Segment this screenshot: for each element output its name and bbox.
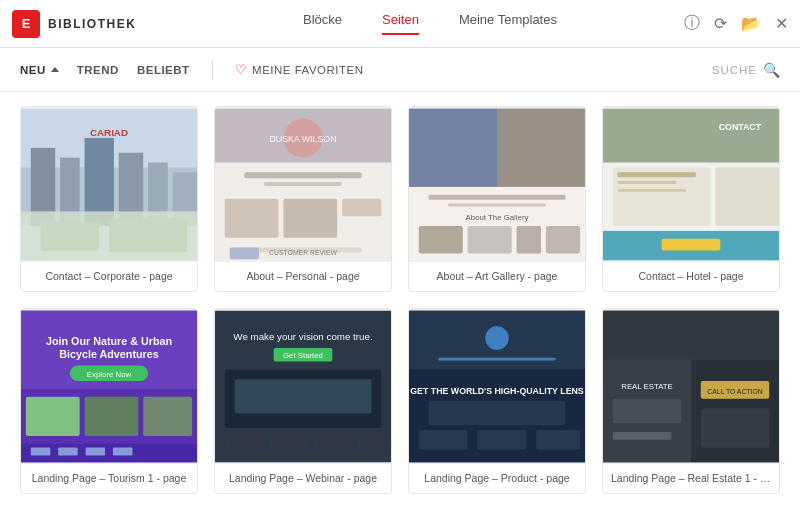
svg-text:GET THE WORLD'S HIGH-QUALITY L: GET THE WORLD'S HIGH-QUALITY LENS [410, 386, 584, 396]
svg-rect-33 [517, 226, 541, 253]
refresh-icon[interactable]: ⟳ [714, 14, 727, 33]
svg-rect-26 [497, 109, 585, 187]
header-actions: ⓘ ⟳ 📂 ✕ [688, 13, 788, 34]
svg-rect-87 [613, 432, 672, 440]
template-card[interactable]: We make your vision come true. Get Start… [214, 308, 392, 494]
template-card[interactable]: DUSKA WILSON CUSTOMER REVIEW About – Per… [214, 106, 392, 292]
svg-rect-52 [85, 397, 139, 436]
svg-text:Bicycle Adventures: Bicycle Adventures [59, 348, 158, 360]
header: E BIBLIOTHEK Blöcke Seiten Meine Templat… [0, 0, 800, 48]
filter-favorites[interactable]: ♡ MEINE FAVORITEN [235, 62, 364, 77]
card-label: Landing Page – Webinar - page [215, 464, 391, 493]
svg-rect-72 [438, 358, 555, 361]
svg-rect-17 [264, 182, 342, 186]
svg-text:CUSTOMER REVIEW: CUSTOMER REVIEW [269, 249, 337, 256]
card-label: Contact – Hotel - page [603, 262, 779, 291]
tab-seiten[interactable]: Seiten [382, 12, 419, 35]
svg-rect-80 [603, 311, 779, 360]
svg-rect-39 [715, 167, 779, 226]
template-card[interactable]: CARIAD Contact – Corporate - page [20, 106, 198, 292]
template-card[interactable]: CONTACT Contact – Hotel - page [602, 106, 780, 292]
card-label: Landing Page – Tourism 1 - page [21, 464, 197, 493]
svg-rect-78 [536, 430, 580, 450]
svg-text:About The Gallery: About The Gallery [466, 213, 529, 222]
svg-rect-34 [546, 226, 580, 253]
svg-text:DUSKA WILSON: DUSKA WILSON [270, 134, 337, 144]
svg-rect-42 [618, 172, 696, 177]
card-thumbnail: Join Our Nature & Urban Bicycle Adventur… [21, 309, 197, 464]
card-thumbnail: About The Gallery [409, 107, 585, 262]
card-thumbnail: REAL ESTATE CALL TO ACTION [603, 309, 779, 464]
svg-text:CALL TO ACTION: CALL TO ACTION [707, 388, 762, 395]
logo-text: BIBLIOTHEK [48, 17, 136, 31]
svg-rect-25 [409, 109, 497, 187]
svg-text:Explore Now: Explore Now [87, 370, 132, 379]
heart-icon: ♡ [235, 62, 248, 77]
sub-header: NEU TREND BELIEBT ♡ MEINE FAVORITEN SUCH… [0, 48, 800, 92]
filter-divider [212, 60, 213, 80]
svg-rect-56 [58, 448, 78, 456]
svg-rect-51 [26, 397, 80, 436]
card-label: About – Art Gallery - page [409, 262, 585, 291]
svg-rect-55 [31, 448, 51, 456]
svg-rect-41 [662, 239, 721, 251]
svg-text:We make your vision come true.: We make your vision come true. [233, 331, 372, 342]
folder-icon[interactable]: 📂 [741, 14, 761, 33]
svg-rect-31 [419, 226, 463, 253]
svg-rect-9 [41, 221, 100, 250]
tab-bloecke[interactable]: Blöcke [303, 12, 342, 35]
template-card[interactable]: REAL ESTATE CALL TO ACTION Landing Page … [602, 308, 780, 494]
svg-rect-10 [109, 218, 187, 252]
elementor-logo-icon: E [12, 10, 40, 38]
logo-area: E BIBLIOTHEK [12, 10, 172, 38]
svg-rect-66 [269, 434, 308, 454]
svg-rect-28 [429, 195, 566, 200]
card-label: Contact – Corporate - page [21, 262, 197, 291]
svg-rect-67 [313, 434, 352, 454]
svg-rect-20 [342, 199, 381, 217]
svg-rect-16 [244, 172, 361, 178]
filter-beliebt[interactable]: BELIEBT [137, 64, 190, 76]
card-label: Landing Page – Real Estate 1 - page [603, 464, 779, 493]
svg-rect-88 [701, 409, 769, 448]
svg-rect-44 [618, 189, 686, 192]
logo-letter: E [22, 16, 31, 31]
svg-rect-43 [618, 181, 677, 184]
search-icon[interactable]: 🔍 [763, 62, 780, 78]
svg-rect-84 [613, 399, 681, 423]
svg-rect-22 [230, 248, 259, 260]
svg-rect-53 [143, 397, 192, 436]
svg-rect-36 [603, 109, 779, 163]
filter-trend[interactable]: TREND [77, 64, 119, 76]
filter-left: NEU TREND BELIEBT ♡ MEINE FAVORITEN [20, 60, 712, 80]
nav-tabs: Blöcke Seiten Meine Templates [172, 12, 688, 35]
svg-rect-29 [448, 204, 546, 207]
svg-rect-76 [419, 430, 468, 450]
tab-meine-templates[interactable]: Meine Templates [459, 12, 557, 35]
svg-rect-18 [225, 199, 279, 238]
arrow-up-icon [51, 67, 59, 72]
close-icon[interactable]: ✕ [775, 14, 788, 33]
card-label: Landing Page – Product - page [409, 464, 585, 493]
template-card[interactable]: About The Gallery About – Art Gallery - … [408, 106, 586, 292]
svg-text:REAL ESTATE: REAL ESTATE [621, 382, 673, 391]
filter-neu[interactable]: NEU [20, 64, 59, 76]
question-icon[interactable]: ⓘ [684, 13, 700, 34]
svg-text:Join Our Nature & Urban: Join Our Nature & Urban [46, 335, 172, 347]
svg-text:CONTACT: CONTACT [719, 122, 762, 132]
template-grid: CARIAD Contact – Corporate - page DUSKA … [0, 92, 800, 508]
card-thumbnail: DUSKA WILSON CUSTOMER REVIEW [215, 107, 391, 262]
card-label: About – Personal - page [215, 262, 391, 291]
card-thumbnail: CONTACT [603, 107, 779, 262]
svg-point-71 [485, 326, 508, 349]
search-area: SUCHE 🔍 [712, 62, 780, 78]
svg-rect-68 [357, 434, 386, 454]
search-label: SUCHE [712, 64, 757, 76]
template-card[interactable]: Join Our Nature & Urban Bicycle Adventur… [20, 308, 198, 494]
card-thumbnail: CARIAD [21, 107, 197, 262]
svg-rect-75 [429, 401, 566, 425]
svg-rect-77 [477, 430, 526, 450]
template-card[interactable]: GET THE WORLD'S HIGH-QUALITY LENS Landin… [408, 308, 586, 494]
svg-rect-32 [468, 226, 512, 253]
svg-rect-19 [283, 199, 337, 238]
